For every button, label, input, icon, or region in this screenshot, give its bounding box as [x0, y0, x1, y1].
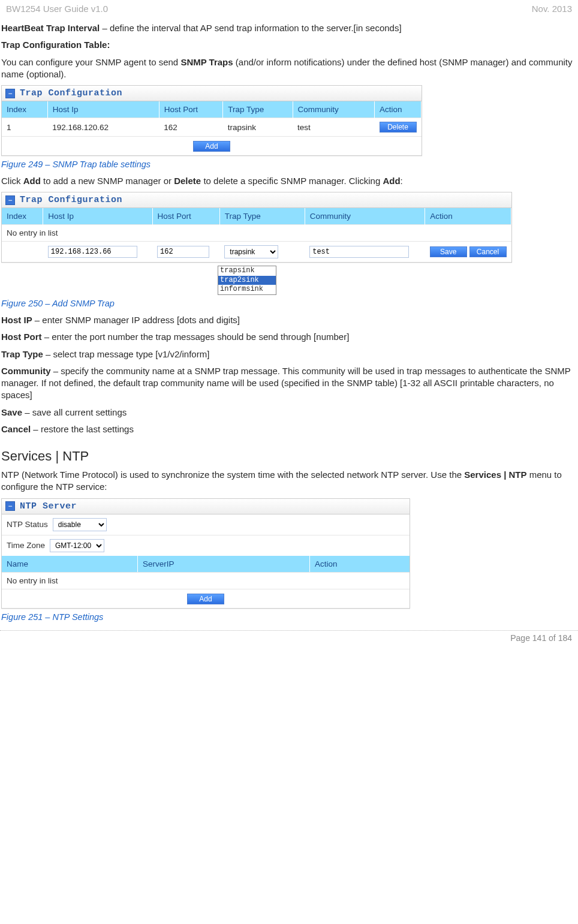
cancel-txt: – restore the last settings	[31, 424, 134, 434]
traptype-dropdown-open: trapsink trap2sink informsink	[218, 266, 577, 295]
th-traptype: Trap Type	[223, 101, 293, 118]
community-txt: – specify the community name at a SNMP t…	[1, 366, 571, 401]
panel-toggle-icon[interactable]: −	[5, 501, 15, 511]
ntp-th-action: Action	[309, 556, 410, 572]
ntp-add-button[interactable]: Add	[187, 594, 224, 604]
th2-hostport: Host Port	[152, 208, 219, 225]
th2-index: Index	[2, 208, 43, 225]
th-action: Action	[375, 101, 422, 118]
traptype-select[interactable]: trapsink	[224, 245, 278, 258]
p4d: Delete	[174, 176, 201, 186]
ntp-th-serverip: ServerIP	[137, 556, 309, 572]
ntp-tz-label: Time Zone	[7, 541, 45, 550]
hostip-input[interactable]	[48, 246, 138, 258]
cancel-lbl: Cancel	[1, 424, 31, 434]
ntp-noentry: No entry in list	[2, 572, 410, 589]
no-entry-cell: No entry in list	[2, 225, 511, 242]
th-index: Index	[2, 101, 47, 118]
hostport-txt: – enter the port number the trap message…	[42, 332, 350, 342]
trap-config-intro-bold: SNMP Traps	[180, 57, 233, 67]
th2-action: Action	[425, 208, 511, 225]
th2-community: Community	[305, 208, 425, 225]
community-lbl: Community	[1, 366, 51, 376]
ntp-th-name: Name	[2, 556, 137, 572]
hostport-lbl: Host Port	[1, 332, 42, 342]
trap-table-1: Index Host Ip Host Port Trap Type Commun…	[2, 101, 422, 136]
th2-traptype: Trap Type	[219, 208, 305, 225]
trap-table-panel-2: − Trap Configuration Index Host Ip Host …	[1, 192, 512, 263]
table-row: 1 192.168.120.62 162 trapsink test Delet…	[2, 118, 422, 137]
page-number: Page 141 of 184	[510, 633, 572, 643]
panel-toggle-icon[interactable]: −	[5, 195, 15, 205]
ntp-status-label: NTP Status	[7, 520, 48, 529]
ntp-intro-a: NTP (Network Time Protocol) is used to s…	[1, 469, 464, 480]
dropdown-option-informsink[interactable]: informsink	[218, 285, 276, 294]
heartbeat-paragraph: HeartBeat Trap Interval – define the int…	[1, 22, 577, 34]
panel-toggle-icon[interactable]: −	[5, 89, 15, 98]
hostport-input[interactable]	[157, 246, 209, 258]
traptype-desc: Trap Type – select trap message type [v1…	[1, 348, 577, 360]
cell-index: 1	[2, 118, 47, 137]
ntp-intro: NTP (Network Time Protocol) is used to s…	[1, 469, 577, 493]
save-button[interactable]: Save	[430, 246, 467, 257]
cancel-button[interactable]: Cancel	[469, 246, 507, 257]
save-txt: – save all current settings	[22, 407, 127, 417]
figure-251-caption: Figure 251 – NTP Settings	[1, 612, 577, 622]
hostip-txt: – enter SNMP manager IP address [dots an…	[32, 315, 240, 325]
th-hostport: Host Port	[159, 101, 222, 118]
table-row-edit: trapsink Save Cancel	[2, 242, 511, 263]
add-delete-instruction: Click Add to add a new SNMP manager or D…	[1, 175, 577, 187]
hostip-lbl: Host IP	[1, 315, 32, 325]
p4a: Click	[1, 176, 23, 186]
trap-config-title-text: Trap Configuration Table:	[1, 40, 110, 50]
p4f: Add	[383, 176, 400, 186]
cell-traptype: trapsink	[223, 118, 293, 137]
cancel-desc: Cancel – restore the last settings	[1, 423, 577, 435]
ntp-panel: − NTP Server NTP Status disable Time Zon…	[1, 498, 410, 609]
figure-250-caption: Figure 250 – Add SNMP Trap	[1, 299, 577, 308]
trap-config-intro: You can configure your SNMP agent to sen…	[1, 56, 577, 81]
table-row-noentry: No entry in list	[2, 225, 511, 242]
doc-date: Nov. 2013	[532, 4, 572, 14]
heartbeat-label: HeartBeat Trap Interval	[1, 23, 100, 33]
cell-hostip: 192.168.120.62	[47, 118, 159, 137]
traptype-lbl: Trap Type	[1, 349, 43, 359]
hostport-desc: Host Port – enter the port number the tr…	[1, 331, 577, 343]
cell-hostport: 162	[159, 118, 222, 137]
save-lbl: Save	[1, 407, 22, 417]
trap-table-2: Index Host Ip Host Port Trap Type Commun…	[2, 208, 511, 262]
panel-title-2: Trap Configuration	[20, 195, 122, 205]
community-desc: Community – specify the community name a…	[1, 365, 577, 402]
ntp-status-select[interactable]: disable	[53, 518, 107, 531]
ntp-heading: Services | NTP	[1, 449, 577, 464]
figure-249-caption: Figure 249 – SNMP Trap table settings	[1, 159, 577, 169]
community-input[interactable]	[309, 246, 409, 258]
delete-button[interactable]: Delete	[380, 122, 417, 133]
cell-community: test	[293, 118, 374, 137]
p4c: to add a new SNMP manager or	[41, 176, 174, 186]
trap-config-intro-a: You can configure your SNMP agent to sen…	[1, 57, 180, 67]
dropdown-option-trapsink[interactable]: trapsink	[218, 266, 276, 276]
heartbeat-text: – define the interval that AP send trap …	[100, 23, 401, 33]
trap-table-panel-1: − Trap Configuration Index Host Ip Host …	[1, 85, 422, 156]
trap-config-title: Trap Configuration Table:	[1, 39, 577, 51]
panel-title-1: Trap Configuration	[20, 88, 122, 98]
p4e: to delete a specific SNMP manager. Click…	[201, 176, 383, 186]
save-desc: Save – save all current settings	[1, 407, 577, 419]
dropdown-option-trap2sink[interactable]: trap2sink	[218, 276, 276, 285]
ntp-panel-title: NTP Server	[20, 501, 77, 511]
ntp-tz-select[interactable]: GMT-12:00	[50, 539, 104, 552]
th-hostip: Host Ip	[47, 101, 159, 118]
hostip-desc: Host IP – enter SNMP manager IP address …	[1, 314, 577, 326]
traptype-txt: – select trap message type [v1/v2/inform…	[43, 349, 210, 359]
th-community: Community	[293, 101, 374, 118]
ntp-intro-b: Services | NTP	[464, 469, 526, 480]
p4b: Add	[23, 176, 41, 186]
doc-title: BW1254 User Guide v1.0	[6, 4, 108, 14]
p4g: :	[401, 176, 403, 186]
add-button[interactable]: Add	[193, 141, 230, 152]
th2-hostip: Host Ip	[43, 208, 152, 225]
